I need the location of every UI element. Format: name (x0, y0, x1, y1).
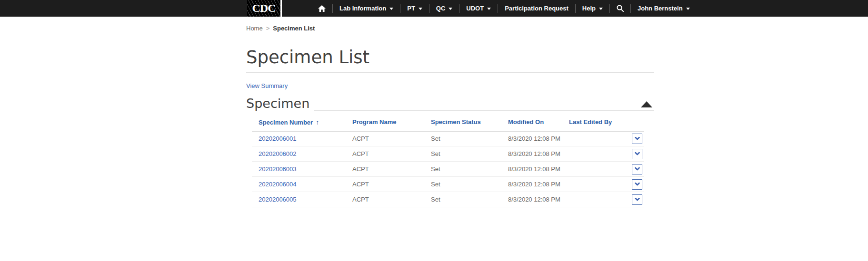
column-header-last-edited-by[interactable]: Last Edited By (569, 116, 624, 131)
nav-item-label: John Bernstein (638, 5, 683, 12)
cdc-logo[interactable]: CDC (247, 0, 282, 17)
specimen-status-cell: Set (431, 162, 508, 177)
program-name-cell: ACPT (352, 131, 431, 146)
chevron-down-icon (449, 8, 452, 10)
nav-item-label: Help (582, 5, 596, 12)
nav-item-label: Lab Information (339, 5, 386, 12)
specimen-status-cell: Set (431, 177, 508, 192)
specimen-section-header: Specimen (246, 96, 654, 111)
specimen-status-cell: Set (431, 192, 508, 207)
column-header-actions (624, 116, 644, 131)
table-row: 20202006002 ACPT Set 8/3/2020 12:08 PM (252, 146, 644, 162)
modified-on-cell: 8/3/2020 12:08 PM (508, 146, 569, 162)
title-divider (246, 72, 654, 73)
nav-item-pt[interactable]: PT (400, 5, 429, 12)
nav-item-lab-information[interactable]: Lab Information (333, 5, 400, 12)
last-edited-by-cell (569, 162, 624, 177)
modified-on-cell: 8/3/2020 12:08 PM (508, 192, 569, 207)
nav-item-user-menu[interactable]: John Bernstein (631, 5, 697, 12)
chevron-down-icon (487, 8, 491, 10)
search-icon (617, 5, 624, 12)
nav-item-udot[interactable]: UDOT (459, 5, 498, 12)
specimen-number-link[interactable]: 20202006004 (259, 181, 297, 188)
row-actions-dropdown-button[interactable] (632, 194, 642, 205)
modified-on-cell: 8/3/2020 12:08 PM (508, 162, 569, 177)
column-header-specimen-status[interactable]: Specimen Status (431, 116, 508, 131)
row-actions-dropdown-button[interactable] (632, 149, 642, 159)
row-actions-dropdown-button[interactable] (632, 134, 642, 144)
column-header-program-name[interactable]: Program Name (352, 116, 431, 131)
specimen-table: Specimen Number↑ Program Name Specimen S… (252, 116, 644, 208)
row-actions-dropdown-button[interactable] (632, 179, 642, 190)
table-header-row: Specimen Number↑ Program Name Specimen S… (252, 116, 644, 131)
program-name-cell: ACPT (352, 177, 431, 192)
column-header-specimen-number[interactable]: Specimen Number↑ (252, 116, 352, 131)
nav-item-participation-request[interactable]: Participation Request (498, 5, 575, 12)
chevron-down-icon (635, 167, 640, 171)
nav-item-help[interactable]: Help (576, 5, 609, 12)
nav-item-search[interactable] (610, 5, 630, 12)
breadcrumb-separator: > (266, 25, 270, 32)
specimen-status-cell: Set (431, 146, 508, 162)
modified-on-cell: 8/3/2020 12:08 PM (508, 177, 569, 192)
specimen-number-link[interactable]: 20202006002 (259, 150, 297, 157)
chevron-down-icon (686, 8, 690, 10)
sort-ascending-icon: ↑ (316, 118, 319, 126)
nav-item-label: Participation Request (505, 5, 569, 12)
main-content: Home>Specimen List Specimen List View Su… (246, 17, 654, 207)
nav-item-label: PT (407, 5, 415, 12)
specimen-number-link[interactable]: 20202006001 (259, 135, 297, 142)
chevron-down-icon (419, 8, 422, 10)
specimen-number-link[interactable]: 20202006003 (259, 165, 297, 173)
table-row: 20202006005 ACPT Set 8/3/2020 12:08 PM (252, 192, 644, 207)
chevron-down-icon (635, 137, 640, 140)
top-navbar: CDC Lab Information PT QC UDOT Participa… (0, 0, 868, 17)
nav-item-label: UDOT (466, 5, 484, 12)
collapse-section-button[interactable] (641, 101, 652, 107)
nav-item-qc[interactable]: QC (429, 5, 459, 12)
modified-on-cell: 8/3/2020 12:08 PM (508, 131, 569, 146)
breadcrumb-home-link[interactable]: Home (246, 25, 263, 32)
chevron-down-icon (635, 152, 640, 155)
cdc-logo-text: CDC (252, 2, 276, 15)
program-name-cell: ACPT (352, 162, 431, 177)
last-edited-by-cell (569, 146, 624, 162)
last-edited-by-cell (569, 192, 624, 207)
table-row: 20202006003 ACPT Set 8/3/2020 12:08 PM (252, 162, 644, 177)
row-actions-dropdown-button[interactable] (632, 164, 642, 174)
last-edited-by-cell (569, 177, 624, 192)
home-icon (318, 5, 326, 12)
table-row: 20202006001 ACPT Set 8/3/2020 12:08 PM (252, 131, 644, 146)
chevron-down-icon (635, 198, 640, 201)
section-title: Specimen (246, 96, 309, 111)
section-divider (314, 110, 654, 111)
last-edited-by-cell (569, 131, 624, 146)
program-name-cell: ACPT (352, 192, 431, 207)
specimen-status-cell: Set (431, 131, 508, 146)
chevron-down-icon (599, 8, 603, 10)
breadcrumb-current: Specimen List (273, 25, 315, 32)
table-row: 20202006004 ACPT Set 8/3/2020 12:08 PM (252, 177, 644, 192)
view-summary-link[interactable]: View Summary (246, 82, 288, 89)
chevron-down-icon (635, 183, 640, 186)
breadcrumb: Home>Specimen List (246, 17, 654, 32)
program-name-cell: ACPT (352, 146, 431, 162)
nav-menu: Lab Information PT QC UDOT Participation… (311, 0, 697, 17)
page-title: Specimen List (246, 48, 654, 68)
chevron-down-icon (389, 8, 393, 10)
nav-item-label: QC (436, 5, 446, 12)
specimen-number-link[interactable]: 20202006005 (259, 196, 297, 203)
nav-item-home[interactable] (311, 5, 332, 12)
column-header-modified-on[interactable]: Modified On (508, 116, 569, 131)
